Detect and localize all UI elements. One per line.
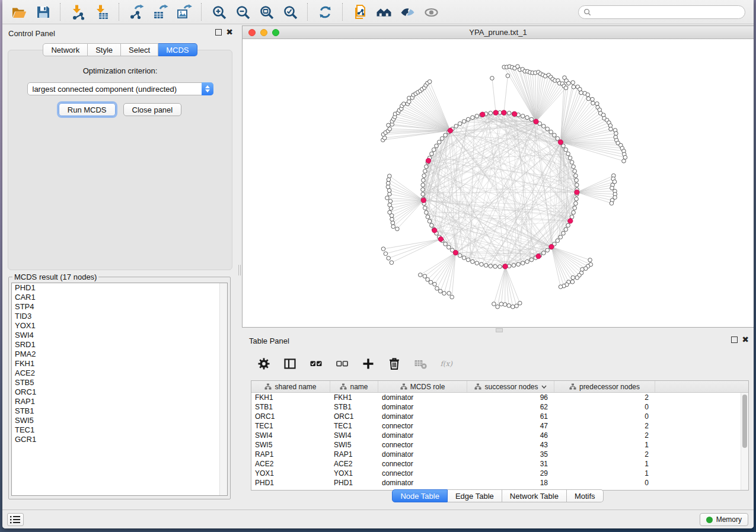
export-image-button[interactable] [172, 2, 196, 22]
new-network-from-selection-button[interactable] [348, 2, 372, 22]
import-network-button[interactable] [66, 2, 90, 22]
search-input[interactable] [594, 8, 740, 17]
toggle-panel-button[interactable] [281, 355, 299, 373]
network-window-titlebar[interactable]: YPA_prune.txt_1 [243, 26, 754, 39]
maximize-window-icon[interactable] [272, 29, 279, 36]
toolbar-separator [201, 3, 202, 21]
tab-mcds[interactable]: MCDS [158, 43, 197, 56]
minimize-window-icon[interactable] [260, 29, 267, 36]
tab-network[interactable]: Network [43, 43, 88, 56]
zoom-in-button[interactable] [207, 2, 231, 22]
memory-button[interactable]: Memory [700, 513, 748, 526]
table-panel-title: Table Panel [249, 336, 289, 345]
tab-style[interactable]: Style [88, 43, 121, 56]
scrollbar-thumb[interactable] [742, 395, 747, 448]
float-panel-icon[interactable] [215, 29, 222, 36]
search-icon [583, 8, 591, 16]
table-row[interactable]: SWI5SWI5connector431 [251, 440, 748, 450]
zoom-selected-button[interactable] [278, 2, 302, 22]
add-column-button[interactable] [359, 355, 377, 373]
column-header-successor-nodes[interactable]: successor nodes [467, 381, 554, 392]
table-row[interactable]: ORC1ORC1dominator610 [251, 412, 748, 421]
status-bar: Memory [2, 509, 754, 528]
tab-motifs[interactable]: Motifs [567, 489, 604, 502]
network-canvas[interactable] [243, 39, 754, 327]
run-mcds-button[interactable]: Run MCDS [59, 103, 116, 116]
horizontal-splitter[interactable] [242, 328, 754, 333]
table-row[interactable]: ACE2ACE2connector311 [251, 459, 748, 469]
mcds-result-list[interactable]: PHD1CAR1STP4TID3YOX1SWI4SRD1PMA2FKH1ACE2… [11, 283, 228, 496]
toggle-visual-style-button[interactable] [395, 2, 419, 22]
close-panel-button[interactable]: Close panel [123, 103, 182, 116]
mcds-node-item[interactable]: STB5 [12, 378, 227, 387]
mcds-node-item[interactable]: TEC1 [12, 425, 227, 435]
mcds-node-item[interactable]: SWI4 [12, 331, 227, 340]
column-header-name[interactable]: name [330, 381, 378, 392]
column-label: name [350, 383, 368, 391]
tab-node-table[interactable]: Node Table [392, 489, 448, 502]
export-network-button[interactable] [125, 2, 148, 22]
column-header-predecessor-nodes[interactable]: predecessor nodes [554, 381, 655, 392]
zoom-out-button[interactable] [231, 2, 254, 22]
show-graphics-details-button[interactable] [419, 2, 443, 22]
svg-text:f(x): f(x) [440, 360, 453, 368]
table-row[interactable]: PHD1PHD1dominator180 [251, 478, 748, 488]
mcds-node-item[interactable]: CAR1 [12, 293, 227, 302]
mcds-node-item[interactable]: ACE2 [12, 368, 227, 378]
tab-edge-table[interactable]: Edge Table [448, 489, 502, 502]
mcds-node-item[interactable]: PHD1 [12, 283, 227, 293]
vertical-splitter[interactable] [238, 24, 242, 509]
status-menu-button[interactable] [7, 513, 24, 526]
mcds-node-item[interactable]: RAP1 [12, 397, 227, 406]
close-window-icon[interactable] [248, 29, 256, 36]
table-cell: 1 [554, 460, 655, 468]
network-graph[interactable] [243, 39, 754, 327]
mcds-node-item[interactable]: TID3 [12, 312, 227, 321]
float-panel-icon[interactable] [731, 336, 738, 343]
table-row[interactable]: YOX1YOX1connector291 [251, 469, 748, 478]
optimization-criterion-select[interactable]: largest connected component (undirected) [27, 82, 213, 95]
mcds-node-item[interactable]: SRD1 [12, 340, 227, 350]
table-row[interactable]: FKH1FKH1dominator962 [251, 393, 748, 402]
zoom-fit-button[interactable] [254, 2, 278, 22]
table-cell: YOX1 [330, 469, 378, 477]
mcds-node-item[interactable]: PMA2 [12, 350, 227, 359]
close-panel-icon[interactable]: ✖ [742, 336, 749, 343]
function-builder-button: f(x) [438, 355, 455, 373]
table-panel: Table Panel ✖ f(x) shared namenameMCDS r… [242, 333, 754, 509]
table-row[interactable]: STB1STB1dominator620 [251, 402, 748, 412]
delete-column-button[interactable] [385, 355, 403, 373]
table-cell: connector [378, 460, 467, 468]
table-row[interactable]: RAP1RAP1dominator352 [251, 450, 748, 459]
tab-network-table[interactable]: Network Table [502, 489, 567, 502]
mcds-node-item[interactable]: FKH1 [12, 359, 227, 368]
mcds-node-item[interactable]: ORC1 [12, 387, 227, 397]
mcds-node-item[interactable]: STP4 [12, 302, 227, 312]
search-box[interactable] [578, 5, 745, 19]
table-row[interactable]: TEC1TEC1connector472 [251, 421, 748, 431]
open-session-button[interactable] [7, 2, 31, 22]
deselect-all-button[interactable] [333, 355, 351, 373]
import-table-button[interactable] [90, 2, 113, 22]
save-session-button[interactable] [31, 2, 55, 22]
mcds-node-item[interactable]: SWI5 [12, 416, 227, 425]
table-row[interactable]: SWI4SWI4dominator462 [251, 431, 748, 440]
mcds-node-item[interactable]: GCR1 [12, 435, 227, 444]
list-scrollbar[interactable] [219, 283, 227, 495]
tab-select[interactable]: Select [121, 43, 158, 56]
deselect-all-icon [335, 357, 349, 371]
export-table-button[interactable] [148, 2, 172, 22]
settings-button[interactable] [255, 355, 273, 373]
close-panel-icon[interactable]: ✖ [226, 29, 233, 36]
select-all-button[interactable] [307, 355, 325, 373]
column-tree-icon [264, 383, 272, 390]
column-header-shared-name[interactable]: shared name [251, 381, 330, 392]
refresh-button[interactable] [313, 2, 337, 22]
table-scrollbar[interactable] [741, 393, 748, 490]
mcds-node-item[interactable]: YOX1 [12, 321, 227, 331]
column-header-MCDS-role[interactable]: MCDS role [378, 381, 467, 392]
table-cell: 29 [467, 469, 554, 477]
export-image-icon [176, 4, 192, 20]
mcds-node-item[interactable]: STB1 [12, 406, 227, 416]
show-hide-navigator-button[interactable] [372, 2, 395, 22]
